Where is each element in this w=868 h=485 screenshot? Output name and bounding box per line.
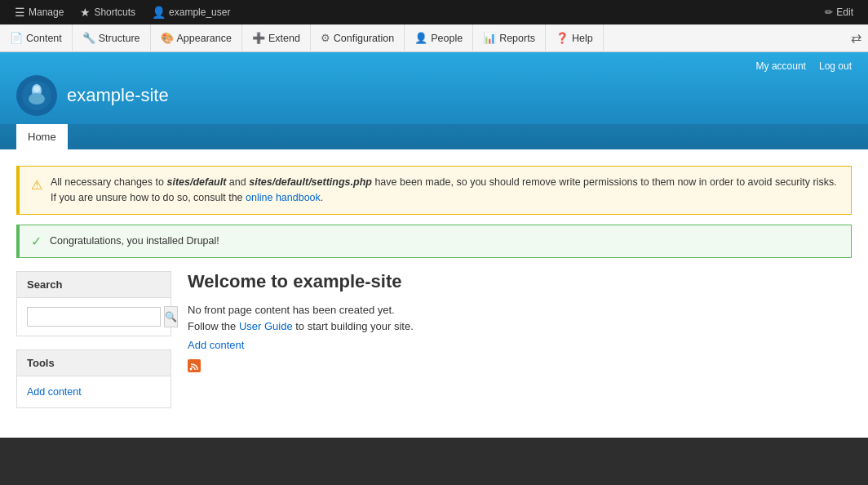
nav-help-label: Help xyxy=(572,33,593,44)
primary-nav-home[interactable]: Home xyxy=(16,124,68,149)
warning-text: All necessary changes to sites/default a… xyxy=(51,175,839,206)
success-text: Congratulations, you installed Drupal! xyxy=(50,235,219,247)
nav-extend[interactable]: ➕ Extend xyxy=(242,24,311,52)
shortcuts-label: Shortcuts xyxy=(94,7,135,18)
nav-people[interactable]: 👤 People xyxy=(405,24,473,52)
rss-icon xyxy=(188,359,852,376)
user-menu-item[interactable]: 👤 example_user xyxy=(144,0,238,24)
user-icon: 👤 xyxy=(152,6,166,19)
primary-nav: Home xyxy=(0,124,868,149)
shortcuts-menu-item[interactable]: ★ Shortcuts xyxy=(72,0,144,24)
search-icon: 🔍 xyxy=(165,311,177,323)
sidebar: Search 🔍 Tools Add content xyxy=(16,271,171,421)
pencil-icon: ✏ xyxy=(825,7,833,18)
welcome-body3: to start building your site. xyxy=(293,320,414,332)
appearance-icon: 🎨 xyxy=(161,32,174,44)
edit-label: Edit xyxy=(836,7,853,18)
nav-help[interactable]: ❓ Help xyxy=(546,24,604,52)
site-footer-dark xyxy=(0,438,868,486)
manage-label: Manage xyxy=(29,7,64,18)
help-icon: ❓ xyxy=(556,32,569,44)
welcome-title: Welcome to example-site xyxy=(188,271,852,292)
svg-point-3 xyxy=(33,86,40,92)
svg-point-2 xyxy=(29,93,45,105)
success-message: ✓ Congratulations, you installed Drupal! xyxy=(16,225,852,258)
nav-toggle[interactable]: ⇄ xyxy=(844,30,868,46)
nav-structure[interactable]: 🔧 Structure xyxy=(73,24,151,52)
nav-content[interactable]: 📄 Content xyxy=(0,24,73,52)
add-content-link[interactable]: Add content xyxy=(188,339,852,351)
manage-menu-item[interactable]: ☰ Manage xyxy=(7,0,72,24)
welcome-body2: Follow the xyxy=(188,320,239,332)
admin-bar: ☰ Manage ★ Shortcuts 👤 example_user ✏ Ed… xyxy=(0,0,868,24)
manage-icon: ☰ xyxy=(15,6,25,19)
user-guide-link[interactable]: User Guide xyxy=(239,320,293,332)
nav-appearance-label: Appearance xyxy=(177,33,232,44)
secondary-nav: 📄 Content 🔧 Structure 🎨 Appearance ➕ Ext… xyxy=(0,24,868,52)
welcome-body: No front page content has been created y… xyxy=(188,302,852,336)
edit-button[interactable]: ✏ Edit xyxy=(817,7,861,18)
star-icon: ★ xyxy=(80,6,91,19)
nav-extend-label: Extend xyxy=(268,33,300,44)
search-block: Search 🔍 xyxy=(16,271,171,336)
nav-reports-label: Reports xyxy=(499,33,535,44)
people-icon: 👤 xyxy=(414,32,427,44)
search-form: 🔍 xyxy=(27,306,161,327)
nav-content-label: Content xyxy=(26,33,62,44)
structure-icon: 🔧 xyxy=(82,32,95,44)
warning-message: ⚠ All necessary changes to sites/default… xyxy=(16,166,852,215)
log-out-link[interactable]: Log out xyxy=(819,60,852,72)
nav-people-label: People xyxy=(431,33,463,44)
sidebar-add-content-link[interactable]: Add content xyxy=(27,385,161,399)
username-label: example_user xyxy=(169,7,230,18)
nav-appearance[interactable]: 🎨 Appearance xyxy=(151,24,242,52)
my-account-link[interactable]: My account xyxy=(756,60,806,72)
configuration-icon: ⚙ xyxy=(321,32,330,44)
reports-icon: 📊 xyxy=(483,32,496,44)
nav-configuration-label: Configuration xyxy=(334,33,394,44)
content-icon: 📄 xyxy=(10,32,23,44)
warning-icon: ⚠ xyxy=(31,176,42,206)
nav-reports[interactable]: 📊 Reports xyxy=(473,24,546,52)
extend-icon: ➕ xyxy=(252,32,265,44)
site-name: example-site xyxy=(67,85,169,106)
nav-structure-label: Structure xyxy=(99,33,140,44)
tools-block-title: Tools xyxy=(17,350,170,376)
search-button[interactable]: 🔍 xyxy=(164,306,178,327)
nav-configuration[interactable]: ⚙ Configuration xyxy=(311,24,405,52)
search-block-title: Search xyxy=(17,272,170,298)
main-content: ⚠ All necessary changes to sites/default… xyxy=(0,149,868,438)
svg-rect-4 xyxy=(188,359,201,372)
svg-point-5 xyxy=(190,368,193,371)
site-header: My account Log out example-site Home xyxy=(0,52,868,149)
toggle-icon: ⇄ xyxy=(851,30,861,46)
site-logo xyxy=(16,75,57,116)
content-layout: Search 🔍 Tools Add content xyxy=(16,271,852,421)
search-input[interactable] xyxy=(27,307,161,327)
handbook-link[interactable]: online handbook xyxy=(246,192,321,203)
tools-block: Tools Add content xyxy=(16,349,171,408)
main-area: Welcome to example-site No front page co… xyxy=(188,271,852,421)
welcome-body1: No front page content has been created y… xyxy=(188,304,395,316)
check-icon: ✓ xyxy=(31,234,42,249)
